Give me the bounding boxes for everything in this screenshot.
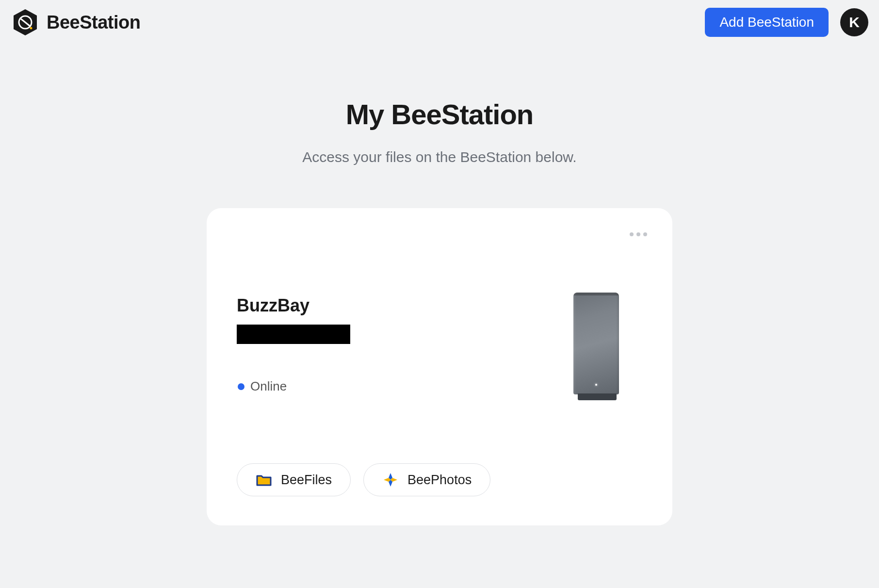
- device-card: BuzzBay Online: [207, 208, 672, 525]
- app-label: BeePhotos: [407, 473, 472, 488]
- brand-logo-icon: [11, 8, 40, 37]
- status-dot-icon: [238, 383, 244, 390]
- brand-name: BeeStation: [47, 12, 140, 33]
- page-subtitle: Access your files on the BeeStation belo…: [302, 149, 576, 165]
- more-icon[interactable]: [627, 229, 650, 239]
- status-text: Online: [250, 379, 287, 394]
- app-label: BeeFiles: [281, 473, 332, 488]
- folder-icon: [256, 472, 272, 488]
- brand: BeeStation: [11, 8, 140, 37]
- card-body: BuzzBay Online: [237, 295, 642, 400]
- add-beestation-button[interactable]: Add BeeStation: [705, 8, 829, 37]
- device-image: [573, 293, 621, 400]
- header: BeeStation Add BeeStation K: [0, 0, 879, 45]
- beephotos-button[interactable]: BeePhotos: [363, 463, 490, 496]
- header-actions: Add BeeStation K: [705, 8, 868, 37]
- svg-point-2: [30, 27, 33, 30]
- beefiles-button[interactable]: BeeFiles: [237, 463, 351, 496]
- apps-row: BeeFiles BeePhotos: [237, 463, 642, 496]
- page-title: My BeeStation: [346, 98, 534, 131]
- device-info: BuzzBay Online: [237, 295, 350, 394]
- main-content: My BeeStation Access your files on the B…: [0, 45, 879, 525]
- sparkle-icon: [382, 472, 399, 488]
- device-status: Online: [238, 379, 350, 394]
- redacted-device-id: [237, 325, 350, 344]
- avatar[interactable]: K: [840, 8, 868, 36]
- device-name: BuzzBay: [237, 295, 350, 316]
